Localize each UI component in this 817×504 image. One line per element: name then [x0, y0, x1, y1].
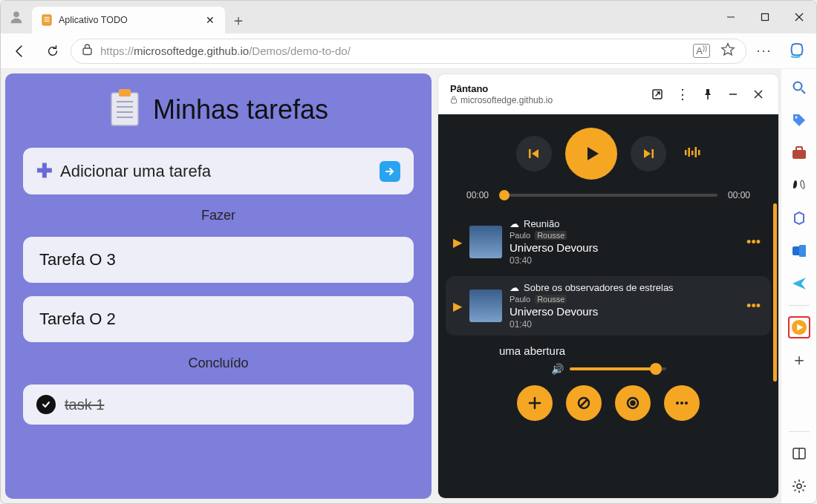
svg-rect-4 [45, 21, 50, 22]
lock-icon [82, 43, 93, 59]
tag-icon[interactable] [788, 109, 810, 131]
content-area: Minhas tarefas ✚ Adicionar uma tarefa Fa… [1, 69, 781, 503]
player-sidebar-icon[interactable] [788, 316, 810, 338]
minimize-button[interactable] [714, 1, 748, 33]
submit-task-button[interactable] [380, 161, 400, 182]
svg-line-32 [580, 399, 587, 407]
favorite-icon[interactable] [720, 42, 735, 60]
svg-rect-25 [689, 148, 691, 157]
send-icon[interactable] [788, 272, 810, 295]
progress-bar[interactable] [499, 194, 717, 197]
svg-point-35 [676, 402, 679, 405]
settings-icon[interactable] [788, 475, 810, 497]
track-more-icon[interactable]: ••• [746, 298, 764, 314]
svg-rect-6 [762, 14, 769, 21]
toolbox-icon[interactable] [788, 142, 810, 164]
copilot-icon[interactable] [782, 36, 812, 66]
read-aloud-icon[interactable]: A)) [693, 44, 710, 57]
svg-rect-3 [45, 19, 50, 20]
track-item[interactable]: ▶ ☁Sobre os observadores de estrelas Pau… [446, 276, 771, 336]
games-icon[interactable] [788, 174, 810, 197]
pwa-origin: microsoftedge.github.io [450, 95, 553, 105]
address-bar[interactable]: https://microsoftedge.github.io/Demos/de… [71, 39, 746, 64]
maximize-button[interactable] [748, 1, 782, 33]
browser-tab[interactable]: Aplicativo TODO ✕ [32, 7, 225, 33]
done-section-label: Concluído [23, 356, 414, 371]
volume-icon[interactable]: 🔊 [551, 363, 564, 375]
search-icon[interactable] [788, 76, 810, 99]
done-task-label: task 1 [65, 396, 104, 413]
office-icon[interactable] [788, 207, 810, 229]
pwa-close-button[interactable] [746, 82, 771, 107]
add-task-row[interactable]: ✚ Adicionar uma tarefa [23, 148, 414, 194]
svg-rect-16 [452, 99, 457, 104]
pwa-menu-button[interactable]: ⋮ [670, 82, 695, 107]
svg-rect-23 [652, 149, 654, 158]
url-text: https://microsoftedge.github.io/Demos/de… [100, 45, 351, 57]
time-current: 00:00 [466, 190, 489, 200]
player-body: 00:00 00:00 ▶ ☁Reunião PauloRousse Unive… [438, 114, 778, 498]
cloud-icon: ☁ [510, 282, 519, 293]
more-menu-button[interactable]: ··· [749, 36, 779, 66]
progress-row: 00:00 00:00 [438, 180, 778, 208]
todo-title: Minhas tarefas [153, 94, 328, 125]
svg-rect-2 [45, 17, 50, 18]
split-screen-icon[interactable] [788, 442, 810, 465]
more-actions-button[interactable] [664, 385, 700, 421]
pwa-minimize-button[interactable] [720, 82, 746, 107]
pin-button[interactable] [695, 82, 720, 107]
pwa-player-panel: Pântano microsoftedge.github.io ⋮ [437, 73, 779, 499]
track-play-icon[interactable]: ▶ [453, 235, 462, 249]
track-more-icon[interactable]: ••• [746, 235, 764, 250]
svg-rect-44 [799, 245, 806, 257]
back-button[interactable] [5, 36, 35, 66]
profile-icon[interactable] [1, 1, 32, 33]
task-item[interactable]: Tarefa O 2 [23, 296, 414, 342]
svg-rect-24 [685, 150, 687, 155]
todo-app: Minhas tarefas ✚ Adicionar uma tarefa Fa… [5, 73, 432, 499]
record-button[interactable] [615, 385, 651, 421]
volume-row: 🔊 [438, 357, 778, 379]
add-sidebar-item[interactable]: ＋ [788, 349, 810, 371]
svg-rect-18 [707, 95, 709, 99]
album-art [469, 226, 502, 258]
next-track-button[interactable] [631, 136, 666, 171]
svg-rect-26 [691, 151, 694, 155]
svg-rect-22 [529, 149, 531, 158]
play-button[interactable] [565, 128, 617, 180]
tab-title: Aplicativo TODO [59, 15, 198, 25]
refresh-button[interactable] [38, 36, 68, 66]
window-controls [714, 1, 816, 33]
outlook-icon[interactable] [788, 240, 810, 262]
scrollbar[interactable] [773, 203, 777, 382]
svg-point-37 [685, 402, 688, 405]
svg-rect-1 [42, 15, 51, 25]
pwa-app-name: Pântano [450, 83, 553, 95]
tab-close-icon[interactable]: ✕ [204, 14, 216, 26]
pwa-titlebar: Pântano microsoftedge.github.io ⋮ [438, 74, 778, 114]
add-task-label: Adicionar uma tarefa [60, 162, 372, 181]
volume-slider[interactable] [570, 367, 666, 370]
open-external-button[interactable] [645, 82, 670, 107]
svg-rect-28 [698, 150, 700, 155]
svg-rect-11 [119, 89, 131, 96]
svg-point-48 [797, 484, 801, 488]
plus-icon: ✚ [36, 160, 53, 183]
svg-rect-10 [111, 93, 138, 125]
address-actions: A)) [693, 42, 735, 60]
browser-sidebar: ＋ [781, 69, 816, 503]
close-window-button[interactable] [782, 1, 816, 33]
task-item[interactable]: Tarefa O 3 [23, 237, 414, 283]
action-button-2[interactable] [566, 385, 602, 421]
prev-track-button[interactable] [516, 136, 552, 171]
todo-section-label: Fazer [23, 208, 414, 223]
svg-point-40 [795, 117, 797, 119]
track-item-partial[interactable]: uma abertura [446, 340, 771, 357]
new-tab-button[interactable]: ＋ [225, 7, 252, 33]
done-task-item[interactable]: task 1 [23, 384, 414, 425]
cloud-icon: ☁ [510, 218, 519, 229]
add-button[interactable] [517, 385, 553, 421]
track-play-icon[interactable]: ▶ [453, 299, 462, 313]
equalizer-icon[interactable] [684, 145, 700, 162]
track-item[interactable]: ▶ ☁Reunião PauloRousse Universo Devours … [446, 212, 771, 272]
